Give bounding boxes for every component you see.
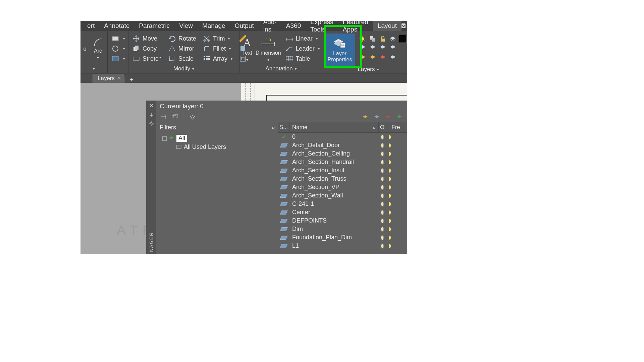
menu-item-output[interactable]: Output: [230, 21, 259, 31]
chevron-down-icon[interactable]: ▾: [93, 67, 95, 71]
on-cell[interactable]: [379, 183, 386, 191]
settings-icon[interactable]: [148, 120, 155, 127]
array-button[interactable]: Array▾: [200, 54, 234, 64]
chevron-down-icon[interactable]: ▾: [295, 67, 297, 71]
line-button[interactable]: e: [82, 34, 88, 64]
delete-layer-icon[interactable]: [384, 113, 392, 121]
scale-button[interactable]: Scale: [166, 54, 198, 64]
menu-item-view[interactable]: View: [174, 21, 198, 31]
table-button[interactable]: Table: [283, 54, 322, 64]
layer-color-swatch[interactable]: [399, 35, 407, 43]
layer-states-icon[interactable]: [189, 113, 197, 121]
col-name[interactable]: Name▲: [289, 122, 379, 132]
layer-row[interactable]: Dim: [278, 225, 407, 233]
text-button[interactable]: A Text ▾: [241, 34, 254, 64]
chevron-down-icon[interactable]: ▾: [377, 67, 379, 72]
layer-sun-icon[interactable]: [359, 35, 367, 43]
circle-button[interactable]: ▾: [109, 44, 127, 54]
freeze-cell[interactable]: [386, 225, 393, 233]
layer-tool-icon[interactable]: [389, 44, 397, 52]
on-cell[interactable]: [379, 217, 386, 225]
layer-tool-icon[interactable]: [359, 54, 367, 62]
freeze-cell[interactable]: [386, 191, 393, 200]
filter-node-all[interactable]: ▢ All: [162, 134, 276, 142]
freeze-layer-icon[interactable]: [373, 113, 381, 121]
menu-item-manage[interactable]: Manage: [198, 21, 230, 31]
linear-dim-button[interactable]: Linear▾: [283, 34, 322, 44]
menu-item-annotate[interactable]: Annotate: [99, 21, 134, 31]
menu-item-featured-apps[interactable]: Featured Apps: [338, 21, 373, 31]
layer-tool-icon[interactable]: [369, 44, 377, 52]
menu-item-insert-truncated[interactable]: ert: [83, 21, 99, 31]
rectangle-button[interactable]: ▾: [109, 54, 127, 64]
freeze-cell[interactable]: [386, 200, 393, 208]
mirror-button[interactable]: Mirror: [166, 44, 198, 54]
col-status[interactable]: S...: [278, 122, 289, 132]
filter-node-used[interactable]: All Used Layers: [176, 142, 276, 151]
col-on[interactable]: O: [379, 122, 386, 132]
layer-row[interactable]: Arch_Section_Insul: [278, 166, 407, 175]
polyline-button[interactable]: ▾: [109, 34, 127, 44]
freeze-cell[interactable]: [386, 149, 393, 158]
ribbon-collapse-button[interactable]: [401, 23, 406, 28]
collapse-filters-icon[interactable]: «: [272, 124, 275, 131]
layer-match-icon[interactable]: [369, 35, 377, 43]
menu-item-express-tools[interactable]: Express Tools: [306, 21, 338, 31]
trim-button[interactable]: Trim▾: [200, 34, 234, 44]
menu-item-parametric[interactable]: Parametric: [134, 21, 174, 31]
freeze-cell[interactable]: [386, 233, 393, 242]
on-cell[interactable]: [379, 225, 386, 233]
freeze-cell[interactable]: [386, 183, 393, 191]
on-cell[interactable]: [379, 200, 386, 208]
chevron-down-icon[interactable]: ▾: [192, 67, 194, 71]
layer-properties-button[interactable]: LayerProperties: [324, 34, 355, 66]
set-current-icon[interactable]: [396, 113, 404, 121]
add-tab-button[interactable]: ＋: [127, 75, 136, 83]
layer-row[interactable]: Arch_Section_Wall: [278, 191, 407, 200]
move-button[interactable]: Move: [130, 34, 164, 44]
new-filter-icon[interactable]: [160, 113, 168, 121]
freeze-cell[interactable]: [386, 166, 393, 175]
freeze-cell[interactable]: [386, 133, 393, 141]
layer-tool-icon[interactable]: [379, 54, 387, 62]
layer-row[interactable]: DEFPOINTS: [278, 217, 407, 225]
new-layer-icon[interactable]: [362, 113, 370, 121]
layer-row[interactable]: Arch_Section_Ceiling: [278, 149, 407, 158]
layer-tool-icon[interactable]: [369, 54, 377, 62]
copy-button[interactable]: Copy: [130, 44, 164, 54]
on-cell[interactable]: [379, 166, 386, 175]
menu-item-layout[interactable]: Layout: [373, 21, 401, 31]
menu-item-a360[interactable]: A360: [281, 21, 306, 31]
rotate-button[interactable]: Rotate: [166, 34, 198, 44]
on-cell[interactable]: [379, 133, 386, 141]
layer-tool-icon[interactable]: [389, 54, 397, 62]
on-cell[interactable]: [379, 149, 386, 158]
leader-button[interactable]: Leader▾: [283, 44, 322, 54]
freeze-cell[interactable]: [386, 175, 393, 183]
layer-row[interactable]: C-241-1: [278, 200, 407, 208]
layer-row[interactable]: L1: [278, 242, 407, 250]
freeze-cell[interactable]: [386, 141, 393, 149]
layer-row[interactable]: Arch_Detail_Door: [278, 141, 407, 149]
tree-toggle-icon[interactable]: ▢: [162, 134, 166, 142]
freeze-cell[interactable]: [386, 217, 393, 225]
layer-row[interactable]: Arch_Section_Handrail: [278, 158, 407, 166]
on-cell[interactable]: [379, 233, 386, 242]
tab-layers[interactable]: Layers ✕: [93, 74, 124, 83]
stretch-button[interactable]: Stretch: [130, 54, 164, 64]
on-cell[interactable]: [379, 175, 386, 183]
layer-lock-icon[interactable]: [379, 35, 387, 43]
layer-row[interactable]: ✓0: [278, 133, 407, 141]
layer-row[interactable]: Center: [278, 208, 407, 217]
menu-item-addins[interactable]: Add-ins: [259, 21, 281, 31]
on-cell[interactable]: [379, 242, 386, 250]
layer-layers-icon[interactable]: [389, 35, 397, 43]
arc-button[interactable]: Arc ▾: [90, 34, 106, 64]
layer-row[interactable]: Arch_Section_VP: [278, 183, 407, 191]
fillet-button[interactable]: Fillet▾: [200, 44, 234, 54]
pin-icon[interactable]: [148, 111, 155, 118]
close-icon[interactable]: ✕: [148, 103, 155, 109]
layer-tool-icon[interactable]: [359, 44, 367, 52]
on-cell[interactable]: [379, 158, 386, 166]
freeze-cell[interactable]: [386, 208, 393, 217]
